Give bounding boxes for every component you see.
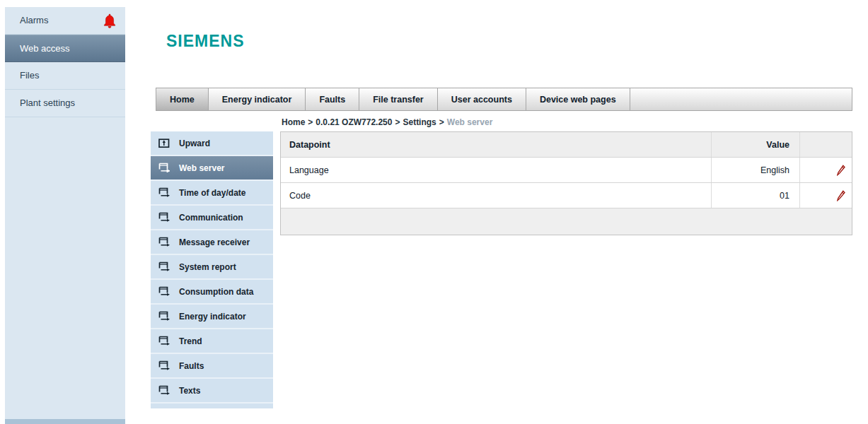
tab-label: Home xyxy=(170,95,195,105)
menu-item-message-receiver[interactable]: Message receiver xyxy=(151,230,273,255)
tab-home[interactable]: Home xyxy=(156,88,209,110)
page-enter-icon xyxy=(158,385,170,396)
sidebar-item-label: Plant settings xyxy=(20,98,75,108)
menu-item-label: Trend xyxy=(179,336,202,346)
page-enter-icon xyxy=(158,212,170,223)
tab-label: Device web pages xyxy=(540,95,616,105)
datapoint-value: English xyxy=(712,158,800,182)
main-tabbar: Home Energy indicator Faults File transf… xyxy=(156,88,852,111)
datapoint-name: Code xyxy=(281,183,712,208)
breadcrumb-separator: > xyxy=(395,117,400,127)
menu-item-faults[interactable]: Faults xyxy=(151,354,273,379)
sidebar-item-label: Files xyxy=(20,70,39,81)
breadcrumb-settings[interactable]: Settings xyxy=(403,117,436,127)
page-enter-icon xyxy=(158,163,170,173)
table-row: Language English xyxy=(281,157,852,182)
page-enter-icon xyxy=(158,237,170,247)
breadcrumb-current-page: Web server xyxy=(447,117,492,127)
sidebar-item-label: Alarms xyxy=(20,15,48,25)
sidebar-item-web-access[interactable]: Web access xyxy=(5,35,125,62)
menu-item-time-of-day-date[interactable]: Time of day/date xyxy=(151,181,273,206)
menu-item-label: Consumption data xyxy=(179,287,253,297)
menu-item-label: Faults xyxy=(179,361,204,371)
settings-menu: Upward Web server Time of day/date xyxy=(151,131,273,408)
tab-file-transfer[interactable]: File transfer xyxy=(359,88,438,110)
menu-item-label: Web server xyxy=(179,163,224,173)
tabbar-filler xyxy=(630,88,852,110)
tab-energy-indicator[interactable]: Energy indicator xyxy=(209,88,306,110)
sidebar-item-files[interactable]: Files xyxy=(5,62,125,90)
datapoint-name: Language xyxy=(281,158,712,182)
menu-item-energy-indicator[interactable]: Energy indicator xyxy=(151,305,273,329)
column-header-datapoint: Datapoint xyxy=(281,132,712,157)
sidebar-item-plant-settings[interactable]: Plant settings xyxy=(5,90,125,117)
tab-label: File transfer xyxy=(373,95,424,105)
menu-item-label: Communication xyxy=(179,213,243,223)
upward-icon xyxy=(158,138,170,148)
tab-user-accounts[interactable]: User accounts xyxy=(438,88,526,110)
tab-label: Energy indicator xyxy=(222,95,292,105)
breadcrumb-separator: > xyxy=(308,117,313,127)
breadcrumb-device[interactable]: 0.0.21 OZW772.250 xyxy=(316,117,392,127)
edit-cell xyxy=(800,158,852,182)
table-row: Code 01 xyxy=(281,182,852,208)
breadcrumb: Home>0.0.21 OZW772.250>Settings>Web serv… xyxy=(282,117,492,127)
edit-cell xyxy=(800,183,852,208)
app-sidebar: Alarms Web access Files Plant settings xyxy=(5,7,125,424)
breadcrumb-separator: > xyxy=(439,117,444,127)
menu-item-label: System report xyxy=(179,262,236,272)
page-enter-icon xyxy=(158,336,170,346)
column-header-value: Value xyxy=(712,132,800,157)
table-footer-row xyxy=(281,208,852,235)
column-header-edit xyxy=(800,132,852,157)
tab-device-web-pages[interactable]: Device web pages xyxy=(526,88,630,110)
menu-item-label: Energy indicator xyxy=(179,312,246,322)
menu-item-communication[interactable]: Communication xyxy=(151,206,273,230)
menu-item-label: Texts xyxy=(179,386,200,396)
datapoint-table: Datapoint Value Language English Code 01 xyxy=(280,131,852,235)
tab-label: User accounts xyxy=(451,95,512,105)
page-enter-icon xyxy=(158,311,170,322)
page-enter-icon xyxy=(158,261,170,272)
sidebar-bottom-edge xyxy=(5,419,125,424)
menu-item-partial xyxy=(151,404,273,408)
menu-item-label: Message receiver xyxy=(179,237,250,247)
menu-item-consumption-data[interactable]: Consumption data xyxy=(151,280,273,305)
menu-item-label: Time of day/date xyxy=(179,188,245,198)
menu-item-label: Upward xyxy=(179,139,210,148)
breadcrumb-home[interactable]: Home xyxy=(282,117,305,127)
sidebar-item-label: Web access xyxy=(20,43,70,54)
table-header-row: Datapoint Value xyxy=(281,132,852,157)
tab-faults[interactable]: Faults xyxy=(306,88,359,110)
sidebar-item-alarms[interactable]: Alarms xyxy=(5,7,125,35)
datapoint-value: 01 xyxy=(712,183,800,208)
pencil-icon[interactable] xyxy=(837,165,845,176)
siemens-logo: SIEMENS xyxy=(166,32,245,51)
page-enter-icon xyxy=(158,360,170,371)
tab-label: Faults xyxy=(319,95,345,105)
menu-item-trend[interactable]: Trend xyxy=(151,329,273,354)
page-enter-icon xyxy=(158,286,170,297)
page-enter-icon xyxy=(158,187,170,198)
menu-item-upward[interactable]: Upward xyxy=(151,131,273,156)
menu-item-system-report[interactable]: System report xyxy=(151,255,273,280)
pencil-icon[interactable] xyxy=(837,190,845,201)
menu-item-web-server[interactable]: Web server xyxy=(151,156,273,181)
menu-item-texts[interactable]: Texts xyxy=(151,379,273,404)
